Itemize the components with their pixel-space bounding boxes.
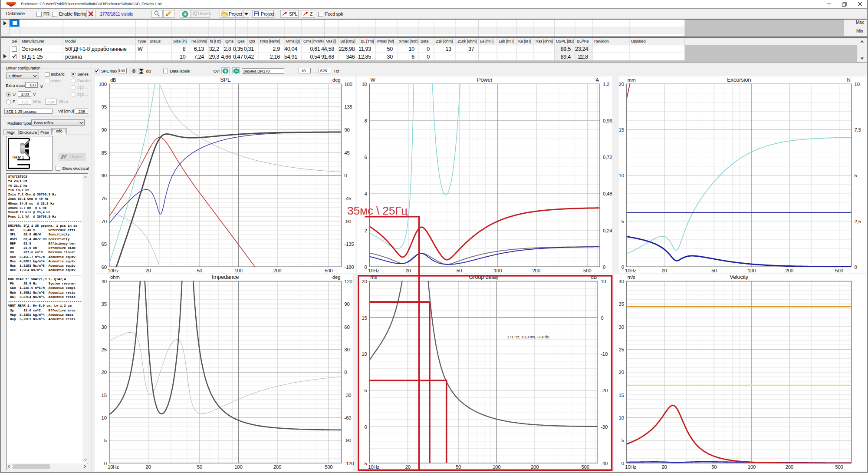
svg-text:Rear 1: Rear 1 bbox=[13, 154, 24, 159]
